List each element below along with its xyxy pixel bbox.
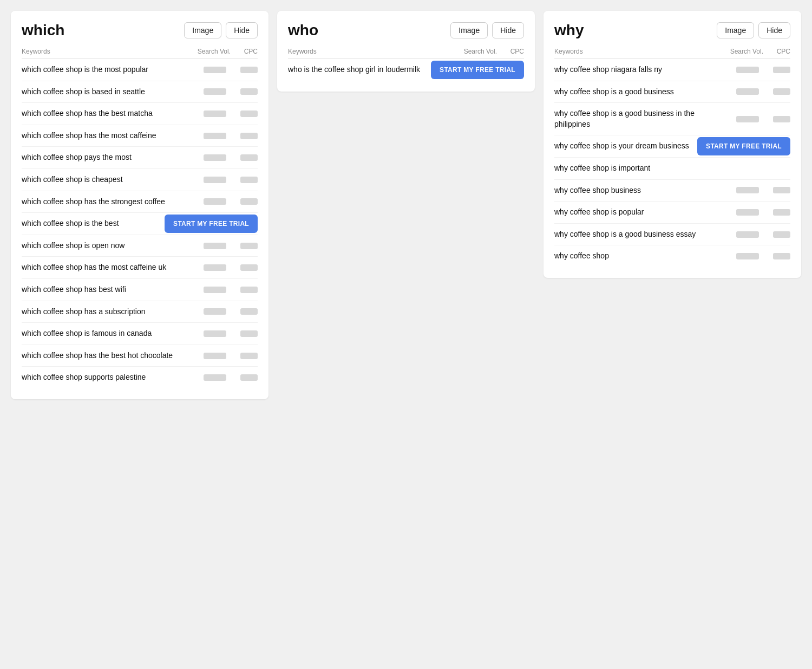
cpc-bar [240, 111, 258, 117]
cta-button-which[interactable]: START MY FREE TRIAL [165, 215, 258, 233]
hide-button-why[interactable]: Hide [758, 22, 790, 38]
cpc-placeholder-cell [231, 154, 258, 161]
hide-button-which[interactable]: Hide [226, 22, 258, 38]
keyword-text: which coffee shop has the most caffeine [22, 131, 193, 141]
vol-placeholder-cell [193, 330, 231, 337]
vol-bar [736, 116, 759, 122]
cpc-bar [240, 287, 258, 293]
cpc-bar [240, 67, 258, 73]
table-header-who: KeywordsSearch Vol.CPC [288, 48, 524, 59]
keyword-text: which coffee shop has a subscription [22, 307, 193, 317]
vol-bar [204, 308, 226, 315]
col-header-keyword: Keywords [554, 48, 725, 55]
image-button-which[interactable]: Image [184, 22, 221, 38]
vol-placeholder-cell [193, 264, 231, 271]
table-row: why coffee shop is a good business in th… [554, 103, 790, 135]
table-row: who is the coffee shop girl in loudermil… [288, 59, 524, 81]
vol-placeholder-cell [193, 198, 231, 205]
vol-bar [204, 88, 226, 95]
keyword-text: why coffee shop is important [554, 163, 790, 174]
vol-placeholder-cell [725, 116, 763, 122]
header-buttons-who: ImageHide [450, 22, 524, 38]
vol-placeholder-cell [725, 187, 763, 193]
vol-placeholder-cell [193, 67, 231, 73]
card-title-who: who [288, 22, 318, 39]
header-buttons-which: ImageHide [184, 22, 258, 38]
card-which: whichImageHideKeywordsSearch Vol.CPCwhic… [11, 11, 269, 399]
vol-bar [736, 253, 759, 259]
vol-placeholder-cell [725, 209, 763, 216]
vol-bar [204, 67, 226, 73]
table-row: which coffee shop has the strongest coff… [22, 191, 258, 213]
vol-placeholder-cell [193, 353, 231, 359]
cpc-bar [240, 308, 258, 315]
vol-bar [204, 111, 226, 117]
cpc-placeholder-cell [231, 198, 258, 205]
cpc-placeholder-cell [763, 187, 790, 193]
table-row: which coffee shop has the best hot choco… [22, 345, 258, 367]
cpc-bar [773, 88, 790, 95]
keyword-text: which coffee shop pays the most [22, 152, 193, 163]
vol-placeholder-cell [725, 253, 763, 259]
keyword-text: which coffee shop is open now [22, 241, 193, 251]
table-header-why: KeywordsSearch Vol.CPC [554, 48, 790, 59]
col-header-cpc: CPC [763, 48, 790, 55]
cta-button-why[interactable]: START MY FREE TRIAL [697, 137, 790, 155]
card-header-which: whichImageHide [22, 22, 258, 39]
cpc-placeholder-cell [231, 287, 258, 293]
card-why: whyImageHideKeywordsSearch Vol.CPCwhy co… [543, 11, 801, 278]
table-row: which coffee shop is the bestSTART MY FR… [22, 213, 258, 235]
image-button-why[interactable]: Image [717, 22, 754, 38]
cpc-bar [773, 209, 790, 216]
table-row: which coffee shop pays the most [22, 147, 258, 169]
cpc-bar [240, 177, 258, 183]
cpc-bar [773, 253, 790, 259]
vol-placeholder-cell [193, 308, 231, 315]
cpc-placeholder-cell [231, 111, 258, 117]
cpc-placeholder-cell [763, 88, 790, 95]
image-button-who[interactable]: Image [450, 22, 488, 38]
cpc-bar [240, 374, 258, 381]
keyword-text: why coffee shop [554, 251, 725, 262]
cpc-placeholder-cell [231, 353, 258, 359]
table-row: which coffee shop is open now [22, 235, 258, 257]
cpc-bar [240, 243, 258, 249]
cpc-placeholder-cell [231, 330, 258, 337]
cpc-placeholder-cell [763, 116, 790, 122]
vol-placeholder-cell [193, 177, 231, 183]
vol-bar [204, 243, 226, 249]
vol-bar [736, 209, 759, 216]
keyword-text: which coffee shop has the most caffeine … [22, 262, 193, 273]
cpc-placeholder-cell [231, 243, 258, 249]
table-row: which coffee shop is based in seattle [22, 81, 258, 103]
vol-placeholder-cell [193, 374, 231, 381]
keyword-text: which coffee shop has the best matcha [22, 108, 193, 119]
card-title-which: which [22, 22, 64, 39]
hide-button-who[interactable]: Hide [492, 22, 524, 38]
col-header-vol: Search Vol. [725, 48, 763, 55]
vol-bar [736, 231, 759, 238]
vol-bar [204, 133, 226, 139]
cpc-bar [240, 88, 258, 95]
vol-bar [736, 187, 759, 193]
vol-bar [204, 154, 226, 161]
table-row: which coffee shop is the most popular [22, 59, 258, 81]
table-row: why coffee shop [554, 245, 790, 267]
keyword-text: why coffee shop is a good business essay [554, 229, 725, 240]
table-row: why coffee shop is a good business essay [554, 224, 790, 246]
vol-placeholder-cell [193, 243, 231, 249]
vol-placeholder-cell [193, 111, 231, 117]
cpc-placeholder-cell [231, 374, 258, 381]
cta-button-who[interactable]: START MY FREE TRIAL [431, 61, 524, 79]
vol-bar [736, 67, 759, 73]
vol-bar [204, 374, 226, 381]
col-header-vol: Search Vol. [193, 48, 231, 55]
table-row: which coffee shop is famous in canada [22, 323, 258, 345]
cpc-placeholder-cell [231, 264, 258, 271]
vol-bar [204, 330, 226, 337]
cpc-bar [773, 231, 790, 238]
cpc-placeholder-cell [231, 88, 258, 95]
vol-bar [204, 177, 226, 183]
vol-placeholder-cell [725, 67, 763, 73]
table-row: why coffee shop is your dream businessST… [554, 135, 790, 158]
